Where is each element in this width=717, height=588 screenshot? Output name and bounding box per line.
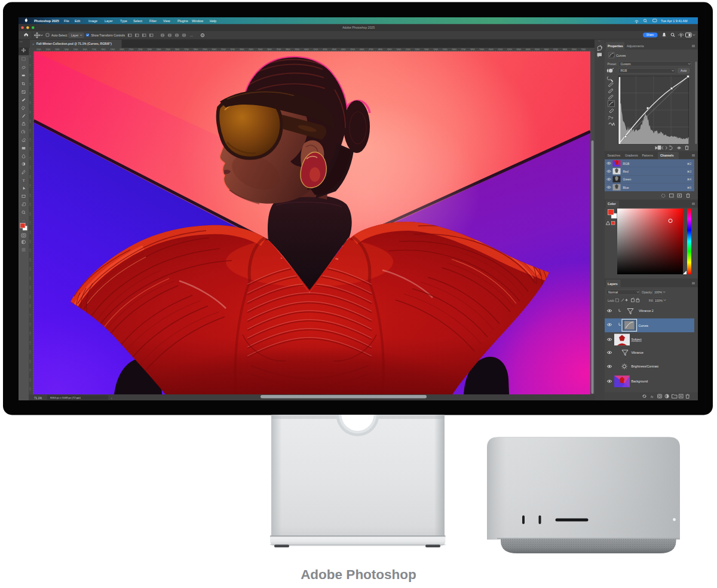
svg-text:6200: 6200 [507, 48, 512, 51]
svg-text:Swatches: Swatches [608, 154, 621, 157]
svg-text:File: File [64, 19, 69, 23]
svg-text:3600: 3600 [267, 48, 272, 51]
svg-text:Preset:: Preset: [608, 62, 617, 66]
svg-text:5600: 5600 [452, 48, 456, 51]
svg-text:2600: 2600 [175, 48, 180, 51]
svg-text:Adobe Photoshop 2025: Adobe Photoshop 2025 [342, 26, 375, 29]
svg-text:Auto-Select:: Auto-Select: [51, 33, 68, 37]
svg-text:Custom: Custom [621, 62, 631, 66]
svg-text:6900: 6900 [572, 48, 577, 51]
svg-text:3200: 3200 [29, 231, 32, 234]
svg-text:4700: 4700 [29, 369, 32, 372]
svg-text:2400: 2400 [29, 157, 32, 160]
svg-text:1500: 1500 [29, 74, 32, 77]
svg-text:3500: 3500 [258, 48, 263, 51]
svg-text:1700: 1700 [92, 48, 97, 51]
svg-text:Image: Image [88, 19, 97, 23]
svg-text:⌘4: ⌘4 [687, 178, 692, 181]
svg-text:2400: 2400 [157, 48, 161, 51]
svg-text:4900: 4900 [29, 387, 32, 391]
svg-text:fx: fx [651, 395, 654, 399]
svg-text:View: View [163, 19, 170, 23]
svg-text:6000: 6000 [489, 48, 494, 51]
svg-text:3600: 3600 [29, 267, 32, 271]
svg-text:2000: 2000 [29, 120, 32, 123]
svg-text:Auto: Auto [681, 69, 687, 72]
svg-text:3800: 3800 [286, 48, 290, 51]
svg-text:4100: 4100 [29, 314, 32, 317]
svg-text:Lock:: Lock: [608, 299, 615, 302]
svg-text:71.1%: 71.1% [34, 397, 42, 400]
svg-text:Green: Green [623, 177, 632, 181]
svg-text:6700: 6700 [553, 48, 558, 51]
svg-text:×: × [32, 42, 34, 46]
svg-text:7000: 7000 [581, 48, 586, 51]
svg-text:RGB: RGB [621, 69, 628, 72]
svg-text:Layers: Layers [608, 282, 618, 286]
svg-text:6100: 6100 [498, 48, 503, 51]
svg-text:Edit: Edit [75, 19, 81, 23]
svg-text:Photoshop 2025: Photoshop 2025 [34, 19, 59, 23]
svg-text:Properties: Properties [608, 44, 623, 48]
svg-text:6500: 6500 [535, 48, 540, 51]
svg-text:5900: 5900 [480, 48, 485, 51]
svg-text:1300: 1300 [29, 55, 32, 59]
svg-text:Brightness/Contrast: Brightness/Contrast [632, 365, 659, 368]
svg-text:Adjustments: Adjustments [627, 44, 644, 48]
svg-text:3700: 3700 [277, 48, 281, 51]
svg-text:3700: 3700 [29, 277, 32, 280]
svg-text:1300: 1300 [55, 48, 60, 51]
svg-text:4200: 4200 [323, 48, 327, 51]
svg-text:2200: 2200 [29, 138, 32, 142]
svg-text:3000: 3000 [29, 212, 32, 216]
svg-text:2700: 2700 [184, 48, 189, 51]
svg-text:3200: 3200 [230, 48, 235, 51]
svg-text:4800: 4800 [378, 48, 383, 51]
svg-text:4400: 4400 [341, 48, 346, 51]
svg-text:Layer: Layer [71, 33, 79, 37]
svg-text:⌘3: ⌘3 [687, 170, 692, 173]
svg-text:2900: 2900 [29, 203, 32, 206]
svg-text:Patterns: Patterns [642, 154, 654, 157]
svg-text:1900: 1900 [111, 48, 115, 51]
svg-text:3400: 3400 [29, 249, 32, 252]
svg-text:Layer: Layer [105, 19, 113, 23]
svg-text:3100: 3100 [29, 221, 32, 225]
svg-text:4700: 4700 [369, 48, 373, 51]
svg-text:3400: 3400 [249, 48, 253, 51]
svg-text:Red: Red [623, 170, 629, 173]
svg-text:3900: 3900 [295, 48, 300, 51]
svg-text:3900: 3900 [29, 295, 32, 299]
svg-text:4900: 4900 [387, 48, 392, 51]
svg-text:3100: 3100 [221, 48, 226, 51]
svg-text:Vibrance: Vibrance [632, 351, 644, 354]
svg-text:1400: 1400 [29, 64, 32, 68]
svg-text:2700: 2700 [29, 184, 32, 188]
svg-text:5100: 5100 [406, 48, 410, 51]
svg-text:...: ... [22, 218, 25, 222]
svg-text:Help: Help [210, 19, 216, 23]
svg-text:6400: 6400 [526, 48, 531, 51]
svg-text:Tue Apr 1 9:41 AM: Tue Apr 1 9:41 AM [661, 19, 688, 23]
svg-text:3800: 3800 [29, 286, 32, 289]
svg-text:1700: 1700 [29, 92, 32, 96]
svg-text:Share: Share [646, 33, 654, 36]
svg-text:1800: 1800 [29, 101, 32, 105]
svg-text:5500: 5500 [443, 48, 448, 51]
svg-text:8064 px x 5048 px (72 ppi): 8064 px x 5048 px (72 ppi) [50, 396, 81, 399]
svg-text:3500: 3500 [29, 258, 32, 262]
svg-text:⌘5: ⌘5 [687, 186, 692, 189]
svg-text:Channels: Channels [660, 154, 674, 157]
svg-text:100%: 100% [654, 290, 662, 294]
svg-text:4600: 4600 [29, 360, 32, 363]
svg-text:4100: 4100 [314, 48, 318, 51]
svg-text:⌜⌜: ⌜⌜ [598, 40, 600, 43]
svg-text:1900: 1900 [29, 111, 32, 114]
svg-text:100%: 100% [655, 299, 663, 302]
svg-text:Type: Type [120, 19, 127, 23]
svg-text:1600: 1600 [82, 48, 87, 51]
svg-text:RGB: RGB [623, 162, 630, 166]
svg-text:4000: 4000 [304, 48, 309, 51]
svg-text:Opacity:: Opacity: [642, 290, 652, 294]
svg-text:1500: 1500 [73, 48, 78, 51]
